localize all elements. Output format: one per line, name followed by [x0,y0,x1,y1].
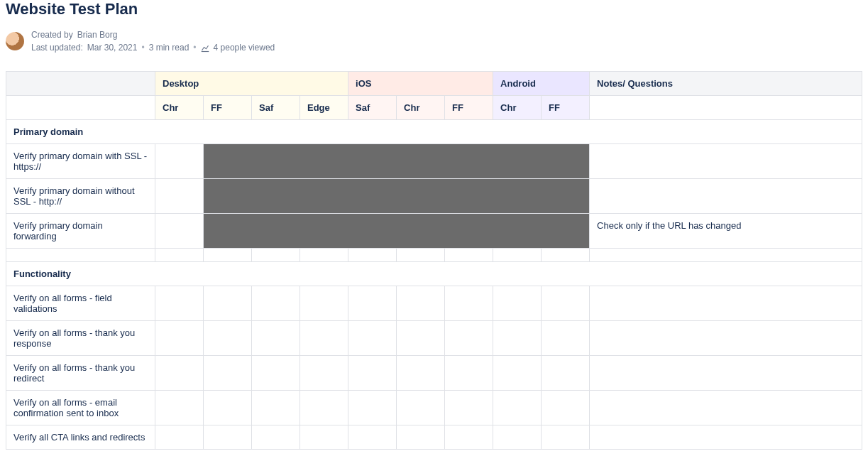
notes-cell[interactable] [590,425,862,450]
byline: Created by Brian Borg Last updated: Mar … [6,28,862,54]
result-cell[interactable] [252,321,300,356]
row-label[interactable]: Verify primary domain with SSL - https:/… [6,144,155,179]
result-cell[interactable] [542,321,590,356]
row-label[interactable]: Verify on all forms - field validations [6,286,155,321]
table-row: Verify all CTA links and redirects [6,425,862,450]
result-cell[interactable] [493,249,542,262]
result-cell[interactable] [300,356,348,391]
result-cell[interactable] [252,356,300,391]
result-cell[interactable] [445,391,493,425]
header-notes: Notes/ Questions [590,72,862,96]
header-desktop: Desktop [155,72,348,96]
notes-cell[interactable] [590,356,862,391]
result-cell[interactable] [155,286,204,321]
result-cell[interactable] [155,391,204,425]
result-cell[interactable] [252,249,300,262]
row-label[interactable]: Verify primary domain without SSL - http… [6,179,155,214]
viewers-count[interactable]: 4 people viewed [214,41,275,54]
row-label[interactable]: Verify on all forms - thank you redirect [6,356,155,391]
result-cell[interactable] [300,391,348,425]
browser-header-android-chr: Chr [493,96,542,120]
result-cell[interactable] [493,391,542,425]
result-cell[interactable] [155,179,204,214]
notes-cell[interactable] [590,144,862,179]
row-label[interactable]: Verify primary domain forwarding [6,214,155,249]
table-row: Verify on all forms - thank you redirect [6,356,862,391]
author-name[interactable]: Brian Borg [77,28,118,41]
result-cell[interactable] [155,425,204,450]
browser-header-android-ff: FF [542,96,590,120]
result-cell[interactable] [300,321,348,356]
result-cell[interactable] [542,249,590,262]
result-cell[interactable] [348,356,397,391]
header-blank [6,72,155,96]
result-cell[interactable] [397,321,445,356]
result-cell[interactable] [397,249,445,262]
row-label[interactable]: Verify on all forms - thank you response [6,321,155,356]
last-updated-prefix: Last updated: [31,41,83,54]
notes-cell[interactable]: Check only if the URL has changed [590,214,862,249]
read-time: 3 min read [149,41,189,54]
result-cell[interactable] [204,425,252,450]
last-updated-date: Mar 30, 2021 [87,41,138,54]
result-cell[interactable] [445,425,493,450]
browser-header-desktop-saf: Saf [252,96,300,120]
result-cell[interactable] [348,321,397,356]
row-label[interactable] [6,249,155,262]
result-cell[interactable] [542,356,590,391]
result-cell[interactable] [493,356,542,391]
notes-cell[interactable] [590,321,862,356]
created-by-prefix: Created by [31,28,73,41]
result-cell[interactable] [348,391,397,425]
result-cell[interactable] [204,356,252,391]
result-cell[interactable] [348,425,397,450]
result-cell[interactable] [252,391,300,425]
result-cell[interactable] [155,356,204,391]
result-cell[interactable] [252,286,300,321]
result-cell[interactable] [542,286,590,321]
result-cell[interactable] [300,286,348,321]
result-cell[interactable] [252,425,300,450]
result-cell[interactable] [155,321,204,356]
platform-header-row: Desktop iOS Android Notes/ Questions [6,72,862,96]
row-label[interactable]: Verify on all forms - email confirmation… [6,391,155,425]
table-row: Verify primary domain forwardingCheck on… [6,214,862,249]
result-cell[interactable] [204,249,252,262]
result-cell[interactable] [155,249,204,262]
result-cell[interactable] [155,214,204,249]
result-cell[interactable] [348,249,397,262]
result-cell[interactable] [397,286,445,321]
notes-cell[interactable] [590,391,862,425]
result-cell[interactable] [542,425,590,450]
result-cell[interactable] [397,425,445,450]
browser-header-desktop-ff: FF [204,96,252,120]
avatar[interactable] [6,32,24,50]
result-cell[interactable] [493,425,542,450]
result-cell[interactable] [397,391,445,425]
result-cell[interactable] [445,286,493,321]
section-title: Functionality [6,262,862,286]
notes-cell[interactable] [590,249,862,262]
result-cell[interactable] [348,286,397,321]
result-cell[interactable] [445,321,493,356]
result-cell[interactable] [204,321,252,356]
result-cell[interactable] [493,321,542,356]
row-label[interactable]: Verify all CTA links and redirects [6,425,155,450]
result-cell[interactable] [445,249,493,262]
result-cell[interactable] [445,356,493,391]
result-cell[interactable] [397,356,445,391]
table-row: Verify primary domain with SSL - https:/… [6,144,862,179]
result-cell[interactable] [493,286,542,321]
test-plan-table: Desktop iOS Android Notes/ Questions Chr… [6,71,862,450]
separator-dot [193,41,196,54]
browser-header-desktop-chr: Chr [155,96,204,120]
analytics-icon[interactable] [201,43,209,52]
notes-cell[interactable] [590,179,862,214]
notes-cell[interactable] [590,286,862,321]
result-cell[interactable] [542,391,590,425]
result-cell[interactable] [204,391,252,425]
result-cell[interactable] [300,425,348,450]
result-cell[interactable] [155,144,204,179]
result-cell[interactable] [204,286,252,321]
result-cell[interactable] [300,249,348,262]
